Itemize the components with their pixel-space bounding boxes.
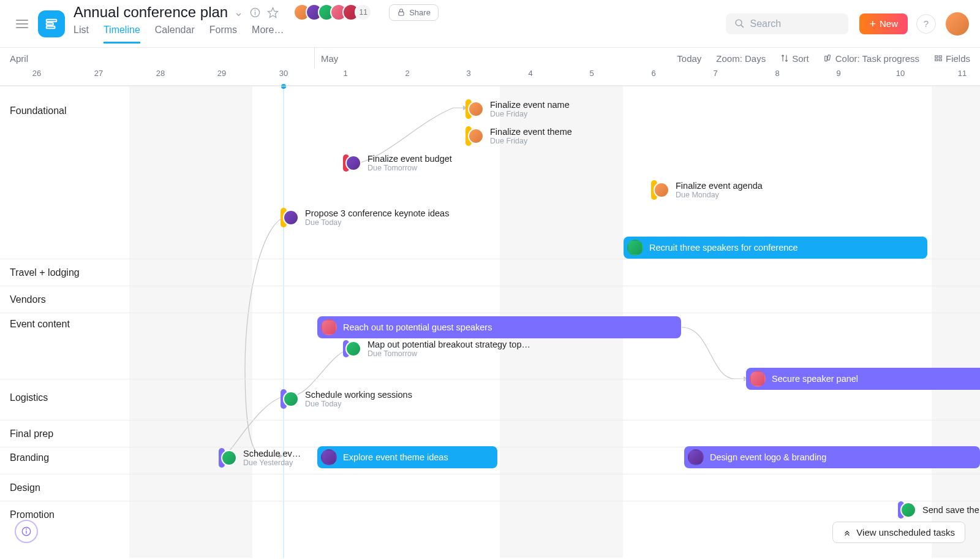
task-bar[interactable]: Reach out to potential guest speakers xyxy=(317,316,681,338)
section-row xyxy=(0,420,980,447)
assignee-avatar xyxy=(345,155,361,171)
svg-rect-1 xyxy=(47,23,53,25)
section-label[interactable]: Travel + lodging xyxy=(10,267,80,278)
day-28: 28 xyxy=(156,69,165,78)
task-item[interactable]: Map out potential breakout strategy top…… xyxy=(343,340,530,358)
section-label[interactable]: Final prep xyxy=(10,428,53,439)
task-bar[interactable]: Design event logo & branding xyxy=(684,446,980,468)
star-icon[interactable] xyxy=(267,7,279,18)
project-icon[interactable] xyxy=(38,10,65,37)
user-avatar[interactable] xyxy=(946,12,969,36)
day-4: 4 xyxy=(528,69,532,78)
day-30: 30 xyxy=(279,69,288,78)
task-name: Recruit three speakers for conference xyxy=(649,243,798,253)
view-unscheduled-button[interactable]: View unscheduled tasks xyxy=(832,522,965,543)
section-label[interactable]: Logistics xyxy=(10,392,48,403)
task-item[interactable]: Send save the da xyxy=(898,501,980,519)
assignee-avatar xyxy=(627,240,643,256)
assignee-avatar xyxy=(345,341,361,357)
search-placeholder: Search xyxy=(750,18,781,29)
tab-list[interactable]: List xyxy=(74,25,89,44)
sidebar-toggle[interactable] xyxy=(11,15,33,33)
day-1: 1 xyxy=(343,69,347,78)
task-bar[interactable]: Recruit three speakers for conference xyxy=(624,237,927,259)
assignee-avatar xyxy=(688,449,704,465)
task-due: Due Tomorrow xyxy=(368,349,530,358)
task-name: Finalize event name xyxy=(490,100,570,110)
day-5: 5 xyxy=(589,69,594,78)
task-bar[interactable]: Explore event theme ideas xyxy=(317,446,497,468)
section-label[interactable]: Event content xyxy=(10,319,70,330)
task-bar[interactable]: Secure speaker panel xyxy=(746,368,980,390)
assignee-avatar xyxy=(221,450,237,466)
avatar-overflow[interactable]: 11 xyxy=(355,4,372,21)
new-label: New xyxy=(880,18,898,29)
info-icon[interactable] xyxy=(249,7,261,18)
svg-rect-14 xyxy=(935,59,938,61)
task-due: Due Today xyxy=(305,400,412,408)
task-item[interactable]: Finalize event budgetDue Tomorrow xyxy=(343,154,452,172)
section-label[interactable]: Vendors xyxy=(10,294,46,305)
section-label[interactable]: Promotion xyxy=(10,509,55,520)
section-row xyxy=(0,474,980,501)
tab-forms[interactable]: Forms xyxy=(209,25,237,44)
task-item[interactable]: Schedule event …Due Yesterday xyxy=(219,448,304,468)
svg-rect-12 xyxy=(935,56,938,58)
svg-marker-6 xyxy=(268,7,278,17)
zoom-button[interactable]: Zoom: Days xyxy=(716,53,766,64)
month-divider xyxy=(314,48,315,69)
share-button[interactable]: Share xyxy=(389,4,439,21)
info-floating-icon[interactable] xyxy=(15,520,38,543)
tab-timeline[interactable]: Timeline xyxy=(104,25,140,44)
collaborators[interactable]: 11 xyxy=(298,4,372,21)
svg-point-21 xyxy=(26,529,27,530)
sort-button[interactable]: Sort xyxy=(780,53,809,64)
top-header: Annual conference plan ⌄ 11 Share ListTi… xyxy=(0,0,980,48)
svg-line-9 xyxy=(741,25,744,28)
task-name: Propose 3 conference keynote ideas xyxy=(305,208,449,218)
help-button[interactable]: ? xyxy=(916,14,936,34)
new-button[interactable]: + New xyxy=(859,13,908,34)
assignee-avatar xyxy=(468,101,484,117)
day-7: 7 xyxy=(713,69,717,78)
tab-more[interactable]: More… xyxy=(252,25,284,44)
fields-button[interactable]: Fields xyxy=(934,53,970,64)
month-label: May xyxy=(321,53,338,64)
day-10: 10 xyxy=(896,69,905,78)
svg-rect-11 xyxy=(827,55,830,61)
task-name: Schedule working sessions xyxy=(305,390,412,400)
day-6: 6 xyxy=(651,69,655,78)
task-due: Due Monday xyxy=(676,191,763,199)
assignee-avatar xyxy=(283,210,299,226)
task-item[interactable]: Finalize event agendaDue Monday xyxy=(651,180,763,200)
task-due: Due Friday xyxy=(490,110,570,118)
section-label[interactable]: Design xyxy=(10,482,40,493)
assignee-avatar xyxy=(900,502,916,518)
tab-calendar[interactable]: Calendar xyxy=(155,25,195,44)
timeline-grid[interactable]: FoundationalTravel + lodgingVendorsEvent… xyxy=(0,86,980,558)
svg-rect-7 xyxy=(399,12,404,15)
section-row xyxy=(0,286,980,313)
task-item[interactable]: Propose 3 conference keynote ideasDue To… xyxy=(281,208,449,227)
svg-point-8 xyxy=(736,20,742,26)
task-item[interactable]: Finalize event themeDue Friday xyxy=(466,126,572,146)
section-label[interactable]: Foundational xyxy=(10,105,67,116)
task-due: Due Today xyxy=(305,218,449,227)
color-button[interactable]: Color: Task progress xyxy=(824,53,919,64)
task-name: Finalize event budget xyxy=(368,154,452,164)
task-item[interactable]: Finalize event nameDue Friday xyxy=(466,99,570,119)
svg-rect-2 xyxy=(47,26,55,28)
task-name: Design event logo & branding xyxy=(710,452,826,462)
share-label: Share xyxy=(409,8,431,17)
today-button[interactable]: Today xyxy=(677,53,701,64)
svg-rect-0 xyxy=(47,19,57,21)
section-label[interactable]: Branding xyxy=(10,452,49,463)
task-name: Finalize event agenda xyxy=(676,181,763,191)
task-item[interactable]: Schedule working sessionsDue Today xyxy=(281,389,412,409)
day-3: 3 xyxy=(466,69,470,78)
chevron-down-icon[interactable]: ⌄ xyxy=(234,6,243,19)
day-11: 11 xyxy=(958,69,967,78)
assignee-avatar xyxy=(283,391,299,407)
search-input[interactable]: Search xyxy=(726,13,848,34)
svg-point-5 xyxy=(255,10,255,10)
